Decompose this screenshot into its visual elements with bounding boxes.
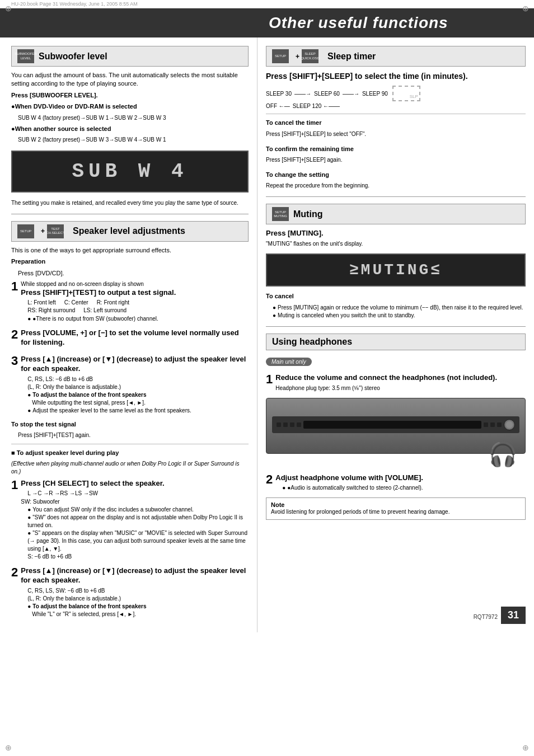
- corner-mark-tl: ⊕: [3, 3, 14, 14]
- step2-heading: Press [VOLUME, +] or [−] to set the volu…: [21, 328, 249, 348]
- adj-step1-heading: Press [CH SELECT] to select the speaker.: [21, 479, 249, 489]
- dev-knob: [504, 419, 515, 430]
- sleep-row1: SLEEP 30 ——→ SLEEP 60 ——→ SLEEP 90 SLP: [266, 86, 526, 101]
- subwoofer-section-header: SUBWOOFER LEVEL Subwoofer level: [11, 46, 249, 67]
- hp-step2-heading: Adjust headphone volume with [VOLUME].: [275, 473, 526, 483]
- step1-sub: Press [SHIFT]+[TEST] to output a test si…: [21, 288, 249, 298]
- sleep-30: SLEEP 30: [266, 91, 292, 97]
- speaker-step2: 2 Press [VOLUME, +] or [−] to set the vo…: [11, 328, 249, 349]
- speaker-step1: 1 While stopped and no on-screen display…: [11, 280, 249, 323]
- sw-bullet3-range: S: −6 dB to +6 dB: [21, 553, 249, 561]
- sleep-plus: +: [296, 53, 299, 60]
- dev-btn2: [283, 422, 288, 427]
- speaker-section-header: SETUP + TEST CH.SELECT Speaker level adj…: [11, 221, 249, 242]
- headphones-step2: 2 Adjust headphone volume with [VOLUME].…: [266, 473, 526, 492]
- device-image-area: VOLUME: [266, 398, 526, 465]
- divider-1: [11, 214, 249, 214]
- muting-cancel-label: To cancel: [266, 292, 526, 300]
- step3-bullet1-text: While outputting the test signal, press …: [21, 399, 249, 407]
- sleep-diagram: SLEEP 30 ——→ SLEEP 60 ——→ SLEEP 90 SLP O…: [266, 86, 526, 109]
- dev-display: [303, 421, 481, 429]
- muting-sub: "MUTING" flashes on the unit's display.: [266, 240, 526, 248]
- device-image: [266, 398, 526, 454]
- subwoofer-icon-line1: SUBWOOFER: [15, 52, 36, 56]
- sleep-icon1-text: SETUP: [275, 54, 286, 58]
- note-label: Note: [271, 501, 284, 508]
- sleep-row2: OFF ←— SLEEP 120 ←——: [266, 103, 526, 109]
- divider-headphones: [266, 326, 526, 327]
- sw-label: SW: Subwoofer: [21, 498, 249, 506]
- speaker-icon2: TEST CH.SELECT: [47, 224, 64, 238]
- step1-number: 1: [11, 280, 18, 293]
- step1-surround: RS: Right surround LS: Left surround: [27, 307, 249, 313]
- subwoofer-title: Subwoofer level: [39, 51, 107, 62]
- step1-content: While stopped and no on-screen display i…: [21, 280, 249, 323]
- hp-step1-heading: Reduce the volume and connect the headph…: [275, 373, 526, 383]
- sleep-120: SLEEP 120 ←——: [293, 103, 340, 109]
- adj-step1: 1 Press [CH SELECT] to select the speake…: [11, 479, 249, 561]
- device-body: [266, 414, 525, 438]
- change-text: Repeat the procedure from the beginning.: [266, 182, 526, 190]
- hp-step2-text: ●Audio is automatically switched to ster…: [275, 484, 526, 492]
- step1-note: ●There is no output from SW (subwoofer) …: [21, 315, 249, 323]
- step1-r: R: Front right: [97, 299, 129, 306]
- corner-mark-br: ⊕: [520, 742, 531, 753]
- speaker-body: This is one of the ways to get appropria…: [11, 246, 249, 255]
- step1-c: C: Center: [64, 299, 88, 306]
- main-unit-badge: Main unit only: [266, 358, 312, 366]
- right-column: SETUP + SLEEP QUICK.OSD Sleep timer Pres…: [257, 37, 534, 632]
- sleep-icon1: SETUP: [272, 49, 289, 63]
- adj-step2-content: Press [▲] (increase) or [▼] (decrease) t…: [21, 566, 249, 618]
- page-number: 31: [501, 607, 526, 624]
- speaker-step3: 3 Press [▲] (increase) or [▼] (decrease)…: [11, 355, 249, 415]
- hp-step2-content: Adjust headphone volume with [VOLUME]. ●…: [275, 473, 526, 492]
- speaker-icon1: SETUP: [17, 224, 34, 238]
- sleep-off: OFF ←—: [266, 103, 290, 109]
- step3-content: Press [▲] (increase) or [▼] (decrease) t…: [21, 355, 249, 415]
- note-text: Avoid listening for prolonged periods of…: [271, 508, 521, 516]
- ch-line: L →C →R →RS →LS →SW: [27, 490, 249, 496]
- sw-bullet2: "SW" does not appear on the display and …: [21, 514, 249, 529]
- sleep-icon2: SLEEP QUICK.OSD: [302, 49, 318, 63]
- plus-sign: +: [41, 227, 45, 235]
- corner-mark-bl: ⊕: [3, 742, 14, 753]
- sleep-icon2-line2: QUICK.OSD: [301, 57, 320, 60]
- corner-mark-tr: ⊕: [520, 3, 531, 14]
- dev-btn6: [490, 422, 495, 427]
- step3-bullet2: Adjust the speaker level to the same lev…: [21, 407, 249, 415]
- speaker-icon2-line1: TEST: [51, 227, 59, 231]
- left-column: SUBWOOFER LEVEL Subwoofer level You can …: [0, 37, 257, 632]
- step3-lr: (L, R: Only the balance is adjustable.): [21, 383, 249, 391]
- muting-section-header: SETUP MUTING Muting: [266, 204, 526, 224]
- divider-muting: [266, 196, 526, 197]
- subwoofer-other-label: ●When another source is selected: [11, 125, 249, 133]
- main-unit-badge-container: Main unit only: [266, 355, 526, 369]
- divider-2: [11, 444, 249, 444]
- confirm-label: To confirm the remaining time: [266, 145, 354, 152]
- page-header: Other useful functions: [0, 8, 534, 37]
- headphones-section-header: Using headphones: [266, 334, 526, 350]
- muting-cancel-bullet2: Muting is canceled when you switch the u…: [266, 312, 526, 320]
- hp-step1-text: Headphone plug type: 3.5 mm (¹⁄₈") stere…: [275, 384, 526, 392]
- sw-bullet1: You can adjust SW only if the disc inclu…: [21, 506, 249, 514]
- hp-step2-number: 2: [266, 473, 273, 486]
- confirm-text: Press [SHIFT]+[SLEEP] again.: [266, 156, 526, 164]
- sleep-icon-group: SETUP + SLEEP QUICK.OSD: [272, 49, 323, 63]
- speaker-title: Speaker level adjustments: [73, 226, 185, 236]
- speaker-icon-group: SETUP + TEST CH.SELECT: [17, 224, 68, 238]
- sleep-arrow1: ——→: [294, 91, 311, 97]
- subwoofer-dvd-text: SUB W 4 (factory preset)→SUB W 1→SUB W 2…: [11, 114, 249, 122]
- step3-bullet1: To adjust the balance of the front speak…: [32, 392, 146, 398]
- headphones-title: Using headphones: [272, 337, 352, 346]
- subwoofer-display: SUB W 4: [11, 151, 249, 192]
- step3-heading: Press [▲] (increase) or [▼] (decrease) t…: [21, 355, 249, 374]
- adj-bullet1: To adjust the balance of the front speak…: [32, 603, 146, 609]
- subwoofer-icon-line2: LEVEL: [21, 57, 31, 60]
- sleep-arrow2: ——→: [343, 91, 359, 97]
- sleep-box: SLP: [392, 86, 420, 101]
- subwoofer-body: You can adjust the amount of bass. The u…: [11, 71, 249, 88]
- step1-ls: LS: Left surround: [83, 307, 127, 313]
- muting-icon: SETUP MUTING: [272, 207, 289, 221]
- sleep-divider: [266, 114, 526, 114]
- hp-step1-content: Reduce the volume and connect the headph…: [275, 373, 526, 392]
